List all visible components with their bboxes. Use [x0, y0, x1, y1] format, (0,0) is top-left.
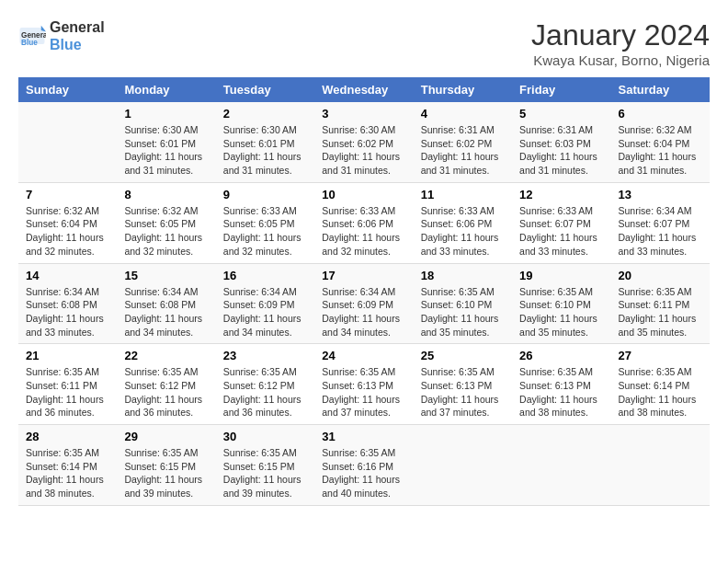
calendar-cell: 6Sunrise: 6:32 AM Sunset: 6:04 PM Daylig… [611, 102, 710, 182]
calendar-week-row: 7Sunrise: 6:32 AM Sunset: 6:04 PM Daylig… [18, 182, 710, 263]
calendar-cell: 26Sunrise: 6:35 AM Sunset: 6:13 PM Dayli… [512, 344, 610, 425]
day-number: 13 [619, 188, 702, 201]
calendar-cell: 23Sunrise: 6:35 AM Sunset: 6:12 PM Dayli… [216, 344, 314, 425]
logo-blue: Blue [50, 36, 105, 53]
day-number: 1 [124, 107, 208, 121]
calendar-cell: 29Sunrise: 6:35 AM Sunset: 6:15 PM Dayli… [117, 425, 215, 506]
day-info: Sunrise: 6:32 AM Sunset: 6:05 PM Dayligh… [124, 204, 208, 259]
day-number: 19 [519, 269, 603, 282]
day-info: Sunrise: 6:35 AM Sunset: 6:14 PM Dayligh… [619, 365, 702, 419]
weekday-header-saturday: Saturday [611, 77, 710, 102]
day-number: 20 [619, 269, 702, 282]
day-info: Sunrise: 6:35 AM Sunset: 6:12 PM Dayligh… [124, 365, 208, 419]
calendar-cell: 9Sunrise: 6:33 AM Sunset: 6:05 PM Daylig… [216, 182, 314, 263]
calendar-cell: 18Sunrise: 6:35 AM Sunset: 6:10 PM Dayli… [414, 263, 512, 344]
calendar-cell [512, 425, 610, 506]
day-info: Sunrise: 6:30 AM Sunset: 6:01 PM Dayligh… [124, 123, 208, 178]
day-number: 15 [124, 269, 208, 282]
day-number: 16 [223, 269, 307, 282]
calendar-cell: 10Sunrise: 6:33 AM Sunset: 6:06 PM Dayli… [314, 182, 413, 263]
day-number: 12 [519, 188, 603, 201]
day-number: 30 [223, 430, 307, 443]
day-info: Sunrise: 6:33 AM Sunset: 6:05 PM Dayligh… [223, 204, 307, 259]
calendar-cell: 13Sunrise: 6:34 AM Sunset: 6:07 PM Dayli… [611, 182, 710, 263]
day-number: 21 [26, 349, 109, 362]
calendar-week-row: 14Sunrise: 6:34 AM Sunset: 6:08 PM Dayli… [18, 263, 710, 344]
day-number: 26 [519, 349, 603, 362]
calendar-cell: 11Sunrise: 6:33 AM Sunset: 6:06 PM Dayli… [414, 182, 512, 263]
day-info: Sunrise: 6:34 AM Sunset: 6:09 PM Dayligh… [322, 285, 405, 339]
day-info: Sunrise: 6:32 AM Sunset: 6:04 PM Dayligh… [26, 204, 109, 259]
calendar-cell: 17Sunrise: 6:34 AM Sunset: 6:09 PM Dayli… [314, 263, 413, 344]
day-info: Sunrise: 6:35 AM Sunset: 6:13 PM Dayligh… [421, 365, 505, 419]
month-title: January 2024 [531, 18, 710, 52]
calendar-cell: 31Sunrise: 6:35 AM Sunset: 6:16 PM Dayli… [314, 425, 413, 506]
day-info: Sunrise: 6:35 AM Sunset: 6:15 PM Dayligh… [124, 446, 208, 500]
day-number: 29 [124, 430, 208, 443]
weekday-header-tuesday: Tuesday [216, 77, 314, 102]
day-number: 18 [421, 269, 505, 282]
day-info: Sunrise: 6:35 AM Sunset: 6:10 PM Dayligh… [519, 285, 603, 339]
weekday-header-thursday: Thursday [414, 77, 512, 102]
calendar-cell: 30Sunrise: 6:35 AM Sunset: 6:15 PM Dayli… [216, 425, 314, 506]
day-info: Sunrise: 6:33 AM Sunset: 6:07 PM Dayligh… [519, 204, 603, 259]
logo-icon: General Blue [18, 22, 46, 50]
day-info: Sunrise: 6:34 AM Sunset: 6:07 PM Dayligh… [619, 204, 702, 259]
day-info: Sunrise: 6:30 AM Sunset: 6:01 PM Dayligh… [223, 123, 307, 178]
day-info: Sunrise: 6:35 AM Sunset: 6:16 PM Dayligh… [322, 446, 405, 500]
calendar-cell [18, 102, 117, 182]
day-number: 24 [322, 349, 405, 362]
weekday-header-friday: Friday [512, 77, 610, 102]
day-info: Sunrise: 6:33 AM Sunset: 6:06 PM Dayligh… [322, 204, 405, 259]
calendar-cell: 4Sunrise: 6:31 AM Sunset: 6:02 PM Daylig… [414, 102, 512, 182]
day-number: 7 [26, 188, 109, 201]
day-number: 2 [223, 107, 307, 121]
calendar-cell [611, 425, 710, 506]
title-block: January 2024 Kwaya Kusar, Borno, Nigeria [531, 18, 710, 68]
day-number: 25 [421, 349, 505, 362]
day-info: Sunrise: 6:32 AM Sunset: 6:04 PM Dayligh… [619, 123, 702, 178]
day-info: Sunrise: 6:34 AM Sunset: 6:08 PM Dayligh… [26, 285, 109, 339]
day-number: 22 [124, 349, 208, 362]
location: Kwaya Kusar, Borno, Nigeria [531, 52, 710, 68]
calendar-cell: 15Sunrise: 6:34 AM Sunset: 6:08 PM Dayli… [117, 263, 215, 344]
calendar-cell: 27Sunrise: 6:35 AM Sunset: 6:14 PM Dayli… [611, 344, 710, 425]
svg-text:Blue: Blue [21, 39, 38, 47]
day-info: Sunrise: 6:31 AM Sunset: 6:03 PM Dayligh… [519, 123, 603, 178]
calendar-week-row: 21Sunrise: 6:35 AM Sunset: 6:11 PM Dayli… [18, 344, 710, 425]
calendar-cell: 28Sunrise: 6:35 AM Sunset: 6:14 PM Dayli… [18, 425, 117, 506]
weekday-header-sunday: Sunday [18, 77, 117, 102]
day-number: 3 [322, 107, 405, 121]
calendar-cell: 12Sunrise: 6:33 AM Sunset: 6:07 PM Dayli… [512, 182, 610, 263]
calendar-cell: 24Sunrise: 6:35 AM Sunset: 6:13 PM Dayli… [314, 344, 413, 425]
day-info: Sunrise: 6:30 AM Sunset: 6:02 PM Dayligh… [322, 123, 405, 178]
calendar-cell: 22Sunrise: 6:35 AM Sunset: 6:12 PM Dayli… [117, 344, 215, 425]
calendar-cell: 7Sunrise: 6:32 AM Sunset: 6:04 PM Daylig… [18, 182, 117, 263]
day-number: 10 [322, 188, 405, 201]
day-number: 6 [619, 107, 702, 121]
calendar-cell: 5Sunrise: 6:31 AM Sunset: 6:03 PM Daylig… [512, 102, 610, 182]
day-number: 4 [421, 107, 505, 121]
calendar-cell: 3Sunrise: 6:30 AM Sunset: 6:02 PM Daylig… [314, 102, 413, 182]
day-number: 31 [322, 430, 405, 443]
day-number: 8 [124, 188, 208, 201]
calendar-cell: 14Sunrise: 6:34 AM Sunset: 6:08 PM Dayli… [18, 263, 117, 344]
calendar-cell: 2Sunrise: 6:30 AM Sunset: 6:01 PM Daylig… [216, 102, 314, 182]
day-info: Sunrise: 6:34 AM Sunset: 6:09 PM Dayligh… [223, 285, 307, 339]
day-number: 28 [26, 430, 109, 443]
calendar-cell: 8Sunrise: 6:32 AM Sunset: 6:05 PM Daylig… [117, 182, 215, 263]
day-info: Sunrise: 6:35 AM Sunset: 6:14 PM Dayligh… [26, 446, 109, 500]
calendar-cell [414, 425, 512, 506]
calendar-week-row: 28Sunrise: 6:35 AM Sunset: 6:14 PM Dayli… [18, 425, 710, 506]
page-header: General Blue General Blue January 2024 K… [18, 18, 710, 68]
day-info: Sunrise: 6:35 AM Sunset: 6:10 PM Dayligh… [421, 285, 505, 339]
day-number: 5 [519, 107, 603, 121]
calendar-table: SundayMondayTuesdayWednesdayThursdayFrid… [18, 77, 710, 506]
day-info: Sunrise: 6:35 AM Sunset: 6:11 PM Dayligh… [26, 365, 109, 419]
day-number: 23 [223, 349, 307, 362]
day-info: Sunrise: 6:35 AM Sunset: 6:13 PM Dayligh… [519, 365, 603, 419]
day-number: 9 [223, 188, 307, 201]
calendar-cell: 25Sunrise: 6:35 AM Sunset: 6:13 PM Dayli… [414, 344, 512, 425]
logo: General Blue General Blue [18, 18, 105, 53]
weekday-header-monday: Monday [117, 77, 215, 102]
